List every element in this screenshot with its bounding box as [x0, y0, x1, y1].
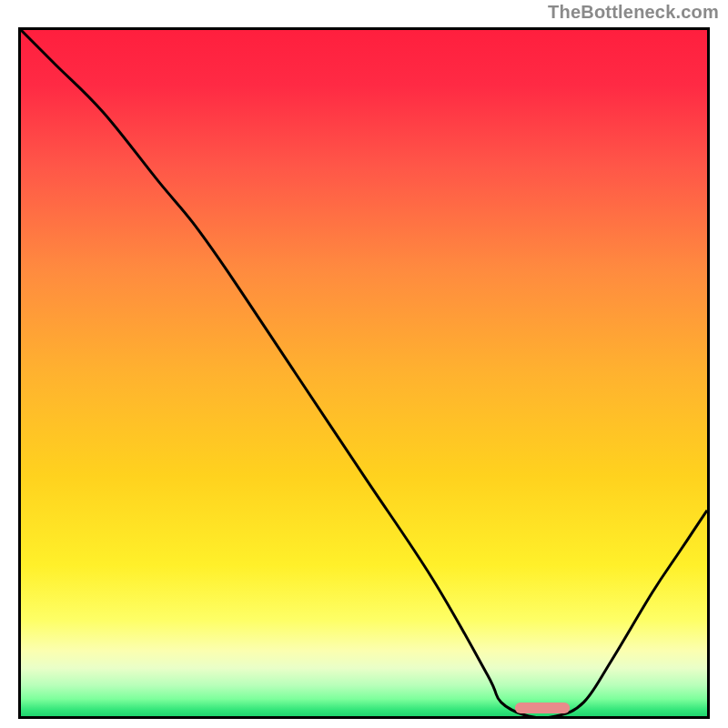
bottleneck-curve: [21, 30, 707, 716]
watermark-text: TheBottleneck.com: [548, 2, 719, 23]
curve-layer: [21, 30, 707, 716]
optimal-marker: [515, 703, 570, 713]
chart-area: [18, 27, 710, 719]
